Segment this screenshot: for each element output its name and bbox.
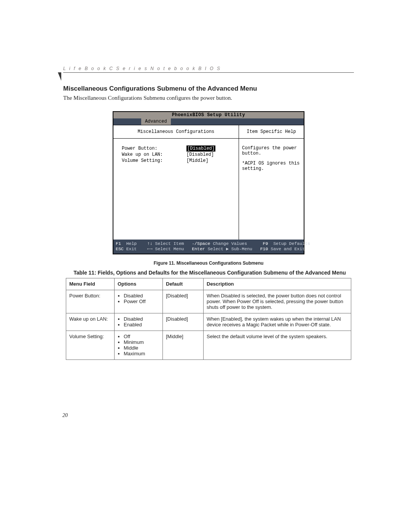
bios-settings-list: Power Button: [Disabled] Wake up on LAN:… <box>113 139 239 221</box>
table-header-row: Menu Field Options Default Description <box>66 278 351 290</box>
cell-default: [Middle] <box>163 331 204 360</box>
section-tab-marker <box>58 72 61 81</box>
bios-utility-title: PhoenixBIOS Setup Utility <box>113 112 304 118</box>
section-intro: The Miscellaneous Configurations Submenu… <box>63 95 354 101</box>
page-number: 20 <box>62 412 68 419</box>
bios-key-enter: Enter <box>192 246 205 251</box>
figure-caption: Figure 11. Miscellaneous Configurations … <box>63 260 354 266</box>
bios-key-minus-space: -/Space <box>192 241 210 246</box>
cell-menu-field: Power Button: <box>66 290 115 313</box>
cell-description: Select the default volume level of the s… <box>204 331 351 360</box>
bios-help-title: Item Specific Help <box>239 125 304 139</box>
bios-key-label: Setup Defaults <box>273 241 310 246</box>
bios-help-text: *ACPI OS ignores this setting. <box>242 161 301 171</box>
bios-setting-row: Volume Setting: [Middle] <box>122 158 233 164</box>
cell-default: [Disabled] <box>163 290 204 313</box>
col-description: Description <box>204 278 351 290</box>
table-row: Wake up on LAN:DisabledEnabled[Disabled]… <box>66 313 351 331</box>
bios-submenu-title: Miscellaneous Configurations <box>113 125 239 139</box>
running-head: L i f e B o o k C S e r i e s N o t e b … <box>63 66 354 73</box>
bios-setting-label: Wake up on LAN: <box>122 152 186 158</box>
bios-setting-row: Power Button: [Disabled] <box>122 145 233 152</box>
bios-key-f1: F1 <box>116 241 121 246</box>
bios-help-panel: Item Specific Help Configures the power … <box>239 125 304 240</box>
table-row: Power Button:DisabledPower Off[Disabled]… <box>66 290 351 313</box>
bios-screenshot: PhoenixBIOS Setup Utility Advanced Misce… <box>113 111 304 254</box>
bios-help-text: Configures the power button. <box>242 145 301 156</box>
bios-key-label: Save and Exit <box>271 246 305 251</box>
bios-key-label: Select Menu <box>155 246 184 251</box>
col-default: Default <box>163 278 204 290</box>
bios-key-updown: ↑↓ <box>147 241 153 246</box>
bios-key-label: Select Item <box>155 241 184 246</box>
bios-setting-value: [Disabled] <box>186 152 214 158</box>
col-options: Options <box>115 278 163 290</box>
col-menu-field: Menu Field <box>66 278 115 290</box>
option-item: Off <box>124 334 159 339</box>
cell-options: DisabledPower Off <box>115 290 163 313</box>
bios-key-label: Change Values <box>213 241 247 246</box>
bios-key-f9: F9 <box>263 241 268 246</box>
option-item: Maximum <box>124 351 159 356</box>
option-item: Minimum <box>124 339 159 345</box>
bios-key-label: Select ▶ Sub-Menu <box>208 246 252 251</box>
option-item: Enabled <box>124 322 159 328</box>
bios-tab-advanced: Advanced <box>141 118 171 125</box>
bios-left-panel: Miscellaneous Configurations Power Butto… <box>113 125 239 240</box>
cell-default: [Disabled] <box>163 313 204 331</box>
bios-setting-label: Volume Setting: <box>122 158 186 164</box>
cell-options: DisabledEnabled <box>115 313 163 331</box>
bios-key-leftright: ←→ <box>147 246 153 251</box>
option-item: Disabled <box>124 316 159 322</box>
bios-setting-value: [Middle] <box>186 158 209 164</box>
option-item: Middle <box>124 345 159 351</box>
table-caption: Table 11: Fields, Options and Defaults f… <box>63 270 356 276</box>
cell-menu-field: Volume Setting: <box>66 331 115 360</box>
option-item: Power Off <box>124 299 159 304</box>
table-row: Volume Setting:OffMinimumMiddleMaximum[M… <box>66 331 351 360</box>
page: L i f e B o o k C S e r i e s N o t e b … <box>0 0 411 532</box>
bios-key-esc: ESC <box>116 246 124 251</box>
bios-footer: F1 Help ↑↓ Select Item -/Space Change Va… <box>113 240 304 254</box>
cell-options: OffMinimumMiddleMaximum <box>115 331 163 360</box>
bios-setting-value-selected: [Disabled] <box>186 145 215 152</box>
bios-key-label: Exit <box>126 246 137 251</box>
options-table: Menu Field Options Default Description P… <box>66 278 351 360</box>
bios-setting-row: Wake up on LAN: [Disabled] <box>122 152 233 158</box>
bios-key-f10: F10 <box>260 246 268 251</box>
section-title: Miscellaneous Configurations Submenu of … <box>63 85 354 93</box>
bios-key-label: Help <box>126 241 137 246</box>
cell-description: When Disabled is selected, the power but… <box>204 290 351 313</box>
cell-description: When [Enabled], the system wakes up when… <box>204 313 351 331</box>
bios-tab-bar: Advanced <box>113 118 304 125</box>
bios-setting-label: Power Button: <box>122 145 186 152</box>
option-item: Disabled <box>124 293 159 299</box>
cell-menu-field: Wake up on LAN: <box>66 313 115 331</box>
